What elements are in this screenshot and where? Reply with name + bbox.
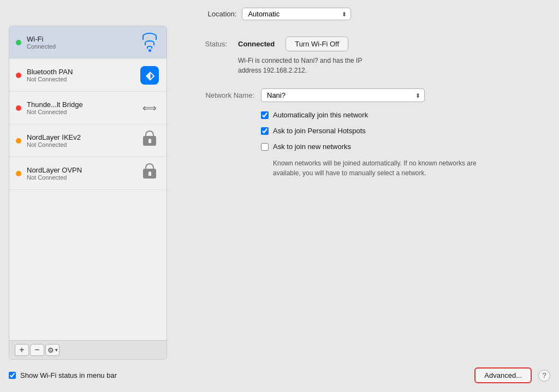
location-label: Location:: [208, 10, 237, 18]
nordlayer-ikev2-item-text: NordLayer IKEv2 Not Connected: [27, 133, 139, 148]
nordlayer-ovpn-name: NordLayer OVPN: [27, 166, 139, 174]
lock-shackle-ikev2: [145, 130, 154, 136]
sidebar-toolbar: + − ⚙ ▾: [9, 340, 166, 359]
thunderbolt-icon-container: ⟺: [139, 98, 160, 118]
add-network-button[interactable]: +: [15, 344, 29, 356]
nordlayer-ovpn-item-text: NordLayer OVPN Not Connected: [27, 166, 139, 181]
wifi-arc-medium: [145, 40, 154, 45]
wifi-arc-small: [147, 46, 152, 49]
personal-hotspots-checkbox[interactable]: [261, 127, 269, 135]
lock-shackle-ovpn: [145, 163, 154, 169]
thunderbolt-status: Not Connected: [27, 109, 139, 115]
location-select[interactable]: Automatic: [242, 8, 351, 20]
sidebar: Wi-Fi Connected Bluetooth PAN: [9, 26, 167, 360]
network-name-label: Network Name:: [189, 91, 254, 99]
status-row: Status: Connected Turn Wi-Fi Off: [189, 37, 534, 51]
wifi-icon: [142, 33, 157, 52]
wifi-icon-container: [139, 32, 160, 53]
bluetooth-symbol: ⬖: [146, 70, 154, 81]
status-dot-bluetooth: [16, 73, 21, 78]
network-select-wrapper[interactable]: Nani?: [261, 88, 425, 102]
turn-wifi-off-button[interactable]: Turn Wi-Fi Off: [286, 37, 348, 51]
lock-keyhole-ovpn: [148, 171, 151, 176]
checkbox-row-personal-hotspots: Ask to join Personal Hotspots: [261, 127, 534, 135]
nordlayer-ovpn-status: Not Connected: [27, 174, 139, 181]
wifi-item-text: Wi-Fi Connected: [27, 35, 139, 50]
sidebar-item-bluetooth[interactable]: Bluetooth PAN Not Connected ⬖: [9, 59, 166, 92]
bluetooth-icon-container: ⬖: [139, 65, 160, 86]
wifi-dot: [148, 49, 151, 52]
sidebar-item-nordlayer-ovpn[interactable]: NordLayer OVPN Not Connected: [9, 157, 166, 190]
status-description: Wi-Fi is connected to Nani? and has the …: [238, 56, 534, 75]
nordlayer-ikev2-name: NordLayer IKEv2: [27, 133, 139, 141]
advanced-button[interactable]: Advanced...: [474, 367, 532, 383]
thunderbolt-item-text: Thunde...lt Bridge Not Connected: [27, 100, 139, 115]
nordlayer-ikev2-status: Not Connected: [27, 141, 139, 148]
auto-join-checkbox[interactable]: [261, 111, 269, 119]
show-wifi-status-label: Show Wi-Fi status in menu bar: [20, 371, 117, 379]
nordlayer-ikev2-icon-container: [139, 130, 160, 151]
sidebar-list: Wi-Fi Connected Bluetooth PAN: [9, 26, 166, 340]
bluetooth-name: Bluetooth PAN: [27, 68, 139, 76]
show-wifi-row: Show Wi-Fi status in menu bar: [9, 371, 468, 379]
bluetooth-status: Not Connected: [27, 76, 139, 82]
sidebar-item-wifi[interactable]: Wi-Fi Connected: [9, 26, 166, 59]
bottom-bar: Show Wi-Fi status in menu bar Advanced..…: [0, 360, 559, 392]
wifi-status: Connected: [27, 43, 139, 50]
wifi-name: Wi-Fi: [27, 35, 139, 43]
checkbox-row-new-networks: Ask to join new networks: [261, 142, 534, 151]
remove-network-button[interactable]: −: [30, 344, 44, 356]
lock-icon-ikev2: [140, 130, 159, 151]
auto-join-label: Automatically join this network: [273, 111, 368, 119]
location-select-wrapper[interactable]: Automatic: [242, 8, 351, 20]
gear-icon: ⚙: [47, 346, 54, 354]
network-name-select[interactable]: Nani?: [261, 88, 425, 102]
bluetooth-icon: ⬖: [140, 66, 159, 85]
network-name-row: Network Name: Nani?: [189, 88, 534, 102]
checkbox-row-auto-join: Automatically join this network: [261, 111, 534, 119]
lock-body-ikev2: [143, 136, 156, 146]
top-bar: Location: Automatic: [0, 0, 559, 26]
status-label: Status:: [189, 40, 227, 48]
thunderbolt-arrows: ⟺: [142, 102, 157, 114]
lock-icon-ovpn: [140, 163, 159, 184]
status-dot-nordlayer-ovpn: [16, 171, 21, 176]
new-networks-checkbox[interactable]: [261, 143, 269, 151]
right-panel: Status: Connected Turn Wi-Fi Off Wi-Fi i…: [167, 26, 550, 360]
sidebar-item-nordlayer-ikev2[interactable]: NordLayer IKEv2 Not Connected: [9, 124, 166, 157]
bluetooth-item-text: Bluetooth PAN Not Connected: [27, 68, 139, 82]
wifi-arc-large: [142, 33, 157, 40]
thunderbolt-icon: ⟺: [142, 102, 157, 114]
nordlayer-ovpn-icon-container: [139, 163, 160, 184]
new-networks-label: Ask to join new networks: [273, 142, 351, 151]
status-value: Connected: [238, 40, 275, 48]
show-wifi-status-checkbox[interactable]: [9, 372, 16, 379]
gear-menu-button[interactable]: ⚙ ▾: [45, 344, 60, 356]
thunderbolt-name: Thunde...lt Bridge: [27, 100, 139, 109]
personal-hotspots-label: Ask to join Personal Hotspots: [273, 127, 366, 135]
status-dot-nordlayer-ikev2: [16, 138, 21, 144]
gear-chevron-icon: ▾: [55, 347, 58, 353]
lock-body-ovpn: [143, 169, 156, 179]
help-button[interactable]: ?: [538, 370, 550, 382]
main-content: Wi-Fi Connected Bluetooth PAN: [0, 26, 559, 360]
status-dot-thunderbolt: [16, 105, 21, 111]
sidebar-item-thunderbolt[interactable]: Thunde...lt Bridge Not Connected ⟺: [9, 92, 166, 124]
status-dot-wifi: [16, 40, 21, 45]
note-text: Known networks will be joined automatica…: [273, 158, 480, 178]
lock-keyhole-ikev2: [148, 139, 151, 143]
